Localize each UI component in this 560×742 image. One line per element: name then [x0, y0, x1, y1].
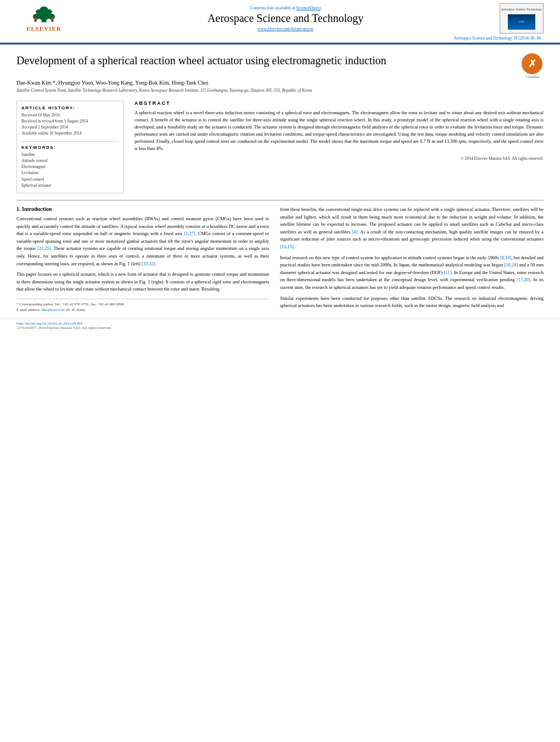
section-divider: [16, 200, 544, 200]
right-para1: from these benefits, the conventional si…: [280, 206, 544, 251]
sciencedirect-anchor[interactable]: ScienceDirect: [296, 5, 321, 10]
online-date: Available online 16 September 2014: [21, 130, 119, 136]
body-left-column: 1. Introduction Conventional control sys…: [16, 206, 269, 313]
ref-4[interactable]: [4]: [352, 229, 357, 235]
logo-text: Aerospace Science Technology: [501, 7, 542, 12]
crossmark-icon: ✗: [522, 53, 542, 74]
received-date: Received 10 May 2014: [21, 112, 119, 118]
footnote-star: * Corresponding author. Tel.: +82 42 870…: [16, 302, 269, 308]
page-container: ELSEVIER Contents lists available at Sci…: [0, 0, 560, 742]
sciencedirect-link[interactable]: Contents lists available at ScienceDirec…: [250, 5, 321, 10]
journal-title: Aerospace Science and Technology: [208, 12, 363, 25]
crossmark-badge: ✗ CrossMark: [522, 53, 544, 75]
than-word: than: [401, 295, 410, 301]
email-link[interactable]: dkk@kari.re.kr: [42, 308, 65, 312]
ref-16-15[interactable]: [16,15]: [280, 244, 294, 249]
keyword-speed: Speed control: [21, 176, 119, 182]
ref-11[interactable]: [11]: [444, 270, 452, 275]
abstract-text: A spherical reaction wheel is a novel th…: [135, 109, 544, 153]
doi-link: http://dx.doi.org/10.1016/j.ast.2014.09.…: [16, 321, 544, 326]
keywords-heading: Keywords:: [21, 145, 119, 150]
article-info-box: Article History: Received 10 May 2014 Re…: [16, 101, 124, 194]
journal-header: ELSEVIER Contents lists available at Sci…: [0, 0, 560, 43]
svg-point-6: [40, 7, 48, 13]
body-content: 1. Introduction Conventional control sys…: [16, 206, 544, 313]
header-top: ELSEVIER Contents lists available at Sci…: [16, 3, 544, 34]
crossmark-label: CrossMark: [522, 75, 544, 79]
keyword-spherical: Spherical actuator: [21, 182, 119, 188]
elsevier-logo: ELSEVIER: [16, 3, 71, 34]
history-heading: Article History:: [21, 105, 119, 110]
revised-date: Received in revised form 1 August 2014: [21, 118, 119, 124]
ref-1-27[interactable]: [1,27]: [184, 231, 195, 236]
history-section: Article History: Received 10 May 2014 Re…: [21, 105, 119, 137]
ref-33-32[interactable]: [33,32]: [142, 261, 155, 266]
keyword-satellite: Satellite: [21, 152, 119, 158]
ref-17-20[interactable]: [17,20]: [517, 277, 530, 282]
header-center: Contents lists available at ScienceDirec…: [71, 3, 500, 34]
info-abstract-section: Article History: Received 10 May 2014 Re…: [16, 101, 544, 194]
authors-line: Dae-Kwan Kim *, Hyungjoo Yoon, Woo-Yong …: [16, 80, 544, 86]
keyword-attitude: Attitude control: [21, 158, 119, 164]
body-right-column: from these benefits, the conventional si…: [280, 206, 544, 313]
article-title: Development of a spherical reaction whee…: [16, 53, 387, 68]
main-content: Development of a spherical reaction whee…: [0, 44, 560, 319]
journal-url[interactable]: www.elsevier.com/locate/aescte: [257, 26, 313, 31]
intro-heading: 1. Introduction: [16, 206, 269, 212]
accepted-date: Accepted 2 September 2014: [21, 124, 119, 130]
elsevier-label: ELSEVIER: [26, 25, 61, 32]
bottom-info: http://dx.doi.org/10.1016/j.ast.2014.09.…: [0, 319, 560, 332]
intro-para2: This paper focuses on a spherical actuat…: [16, 271, 269, 293]
svg-rect-8: [51, 17, 53, 22]
keyword-electromagnet: Electromagnet: [21, 164, 119, 170]
abstract-heading: Abstract: [135, 101, 544, 106]
footnote-section: * Corresponding author. Tel.: +82 42 870…: [16, 299, 269, 313]
right-para3: Similar experiments have been conducted …: [280, 295, 544, 310]
info-divider: [21, 141, 119, 142]
elsevier-tree-icon: [25, 5, 63, 24]
ref-22-25[interactable]: [22,25]: [37, 246, 51, 251]
intro-para1: Conventional control systems such as rea…: [16, 215, 269, 267]
svg-rect-7: [35, 17, 37, 22]
logo-image: AST: [508, 14, 535, 30]
keyword-levitation: Levitation: [21, 170, 119, 176]
abstract-section: Abstract A spherical reaction wheel is a…: [135, 101, 544, 194]
journal-issue: Aerospace Science and Technology 39 (201…: [16, 36, 544, 42]
article-info-column: Article History: Received 10 May 2014 Re…: [16, 101, 124, 194]
keywords-section: Keywords: Satellite Attitude control Ele…: [21, 145, 119, 189]
article-title-section: Development of a spherical reaction whee…: [16, 53, 544, 75]
right-para2: Initial research on this new type of con…: [280, 254, 544, 292]
journal-logo-box: Aerospace Science Technology AST: [500, 3, 544, 34]
affiliation-text: Satellite Control System Team, Satellite…: [16, 88, 544, 94]
ref-10-24[interactable]: [10,24]: [505, 262, 518, 267]
issn-text: 1270-9638/© 2014 Elsevier Masson SAS. Al…: [16, 326, 544, 330]
doi-anchor[interactable]: http://dx.doi.org/10.1016/j.ast.2014.09.…: [16, 321, 82, 326]
ref-8-18[interactable]: [8,18]: [500, 255, 512, 260]
footnote-email: E-mail address: dkk@kari.re.kr (D.-K. Ki…: [16, 307, 269, 313]
copyright-line: © 2014 Elsevier Masson SAS. All rights r…: [135, 156, 544, 161]
